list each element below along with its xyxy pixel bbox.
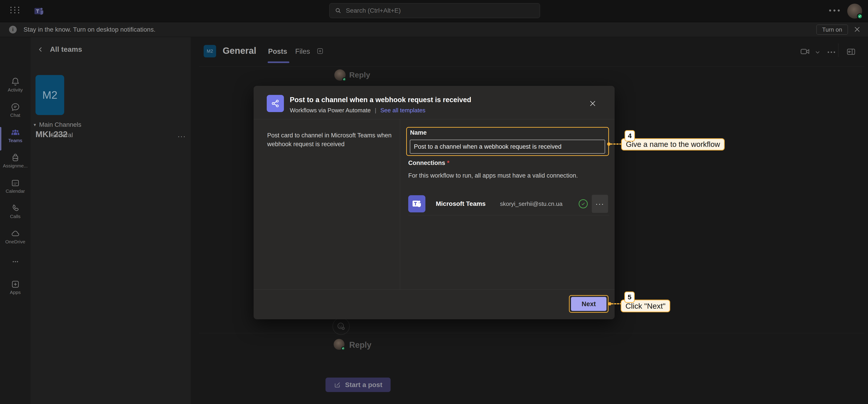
presence-icon: ✓	[341, 346, 345, 350]
sidebar-item-activity[interactable]: Activity	[0, 77, 31, 93]
microsoft-teams-logo-icon	[408, 195, 426, 212]
phone-icon	[10, 204, 20, 213]
add-reaction-button[interactable]	[333, 318, 350, 335]
sidebar-item-teams[interactable]: Teams	[0, 127, 31, 143]
separator: |	[375, 107, 376, 114]
back-to-all-teams-button[interactable]: All teams	[37, 45, 82, 54]
tab-posts[interactable]: Posts	[268, 48, 287, 56]
workflow-dialog: Post to a channel when a webhook request…	[254, 86, 615, 319]
connections-label: Connections*	[408, 159, 450, 166]
dialog-title: Post to a channel when a webhook request…	[290, 96, 471, 104]
emoji-add-icon	[336, 321, 346, 331]
start-a-post-button[interactable]: Start a post	[326, 378, 391, 392]
annotation-connector-dot	[608, 302, 612, 306]
annotation-label-step-4: Give a name to the workflow	[621, 138, 725, 151]
next-button[interactable]: Next	[571, 297, 607, 311]
annotation-highlight-next: Next	[569, 295, 609, 313]
meet-chevron-down-icon[interactable]	[814, 49, 821, 56]
sidebar-item-chat[interactable]: Chat	[0, 102, 31, 118]
connection-row-divider	[408, 215, 609, 215]
dialog-footer-divider	[254, 289, 615, 290]
user-avatar[interactable]: ✓	[847, 4, 862, 19]
notification-banner: i Stay in the know. Turn on desktop noti…	[0, 22, 868, 37]
apps-plus-icon	[10, 279, 20, 289]
reply-button-bottom[interactable]: Reply	[349, 340, 371, 350]
meet-camera-icon[interactable]	[800, 46, 811, 57]
channel-title: General	[223, 45, 256, 56]
search-icon	[335, 7, 342, 14]
sidebar-item-onedrive[interactable]: OneDrive	[0, 229, 31, 245]
chevron-left-icon	[37, 46, 44, 53]
bell-icon	[10, 77, 20, 87]
add-tab-icon[interactable]	[316, 47, 324, 55]
sidebar-item-assignments[interactable]: Assignme...	[0, 153, 31, 168]
dialog-subtitle: Workflows via Power Automate | See all t…	[290, 107, 426, 114]
presence-available-icon: ✓	[857, 13, 863, 19]
tab-files[interactable]: Files	[295, 48, 310, 56]
section-label: Main Channels	[39, 121, 81, 128]
connection-row: Microsoft Teams skoryi_serhii@stu.cn.ua …	[408, 193, 609, 215]
calendar-icon	[10, 178, 20, 188]
connection-app-name: Microsoft Teams	[436, 200, 486, 208]
backpack-icon	[10, 153, 20, 163]
dialog-header-divider	[254, 119, 615, 119]
provider-label: Workflows via Power Automate	[290, 107, 371, 114]
more-icon	[10, 257, 20, 267]
channel-item-general[interactable]: General	[51, 131, 73, 139]
annotation-connector-dot	[607, 142, 611, 146]
annotation-connector-dash	[610, 144, 622, 145]
search-box[interactable]	[329, 3, 540, 18]
compose-icon	[334, 381, 341, 389]
sidebar-item-apps[interactable]: Apps	[0, 279, 31, 295]
chevron-down-icon: ▾	[34, 122, 36, 127]
all-teams-label: All teams	[50, 45, 82, 54]
connection-more-options-button[interactable]: ···	[592, 195, 608, 213]
active-tab-underline	[268, 61, 289, 63]
annotation-step-badge-5: 5	[624, 291, 635, 303]
dialog-close-button[interactable]	[587, 98, 598, 110]
annotation-connector-dash	[611, 303, 622, 304]
reply-avatar: ✓	[334, 339, 344, 350]
connections-note: For this workflow to run, all apps must …	[408, 172, 578, 179]
teams-channel-panel: All teams M2 MKI-232 ... ▾ Main Channels…	[31, 37, 191, 404]
required-asterisk: *	[447, 159, 450, 166]
connection-valid-check-icon	[579, 199, 588, 208]
reply-avatar: ✓	[334, 69, 346, 81]
header-divider	[838, 43, 838, 57]
info-icon: i	[9, 26, 17, 33]
channel-header-avatar: M2	[204, 45, 216, 57]
annotation-step-badge-4: 4	[625, 130, 635, 142]
workflow-share-icon	[267, 95, 284, 112]
presence-icon: ✓	[342, 77, 346, 81]
toggle-side-pane-icon[interactable]	[846, 46, 856, 57]
banner-close-icon[interactable]	[853, 25, 861, 33]
main-channels-section-toggle[interactable]: ▾ Main Channels	[34, 121, 81, 128]
thread-divider	[199, 66, 864, 67]
team-more-options-button[interactable]: ...	[178, 130, 186, 139]
top-bar: ✓	[0, 0, 868, 22]
rail-more-apps-button[interactable]	[0, 257, 31, 267]
connection-account: skoryi_serhii@stu.cn.ua	[500, 200, 562, 208]
app-rail: Activity Chat Teams Assign	[0, 37, 31, 404]
search-input[interactable]	[345, 7, 535, 14]
sidebar-item-calls[interactable]: Calls	[0, 204, 31, 219]
cloud-icon	[10, 229, 20, 239]
teams-people-icon	[10, 127, 21, 137]
sidebar-item-calendar[interactable]: Calendar	[0, 178, 31, 194]
name-field-label: Name	[410, 129, 427, 136]
teams-app-window: ✓ i Stay in the know. Turn on desktop no…	[0, 0, 868, 404]
close-icon	[588, 99, 597, 108]
chat-bubble-icon	[10, 102, 20, 112]
waffle-menu-button[interactable]	[10, 7, 20, 13]
workflow-description: Post card to channel in Microsoft Teams …	[267, 131, 397, 149]
channel-more-options-icon[interactable]	[827, 49, 836, 56]
banner-message: Stay in the know. Turn on desktop notifi…	[24, 26, 156, 33]
reply-button-top[interactable]: Reply	[349, 70, 370, 79]
teams-logo-icon	[33, 5, 45, 17]
workflow-name-input[interactable]	[410, 139, 605, 154]
see-all-templates-link[interactable]: See all templates	[380, 107, 426, 114]
thread-divider	[199, 333, 864, 333]
more-options-button[interactable]	[829, 9, 840, 11]
turn-on-button[interactable]: Turn on	[816, 25, 848, 35]
